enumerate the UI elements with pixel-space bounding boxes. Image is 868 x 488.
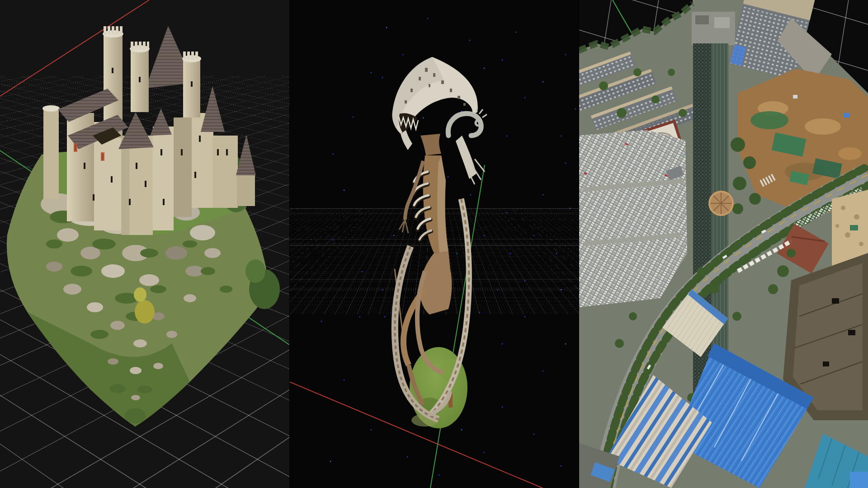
castle-island-model[interactable] [0,0,289,488]
viewport-alien-sculpture[interactable] [289,0,579,488]
claw-hand [399,220,408,233]
yellow-bush [135,300,155,324]
castle-model[interactable] [42,26,256,235]
alien-sculpture-model[interactable] [289,0,579,488]
circular-plaza [709,192,733,215]
viewport-divider [289,0,290,488]
city-mesh [579,0,868,488]
three-viewport-workspace [0,0,868,488]
city-scene[interactable] [579,0,868,488]
viewport-aerial-city[interactable] [579,0,868,488]
viewport-divider [579,0,579,488]
viewport-castle-model[interactable] [0,0,289,488]
